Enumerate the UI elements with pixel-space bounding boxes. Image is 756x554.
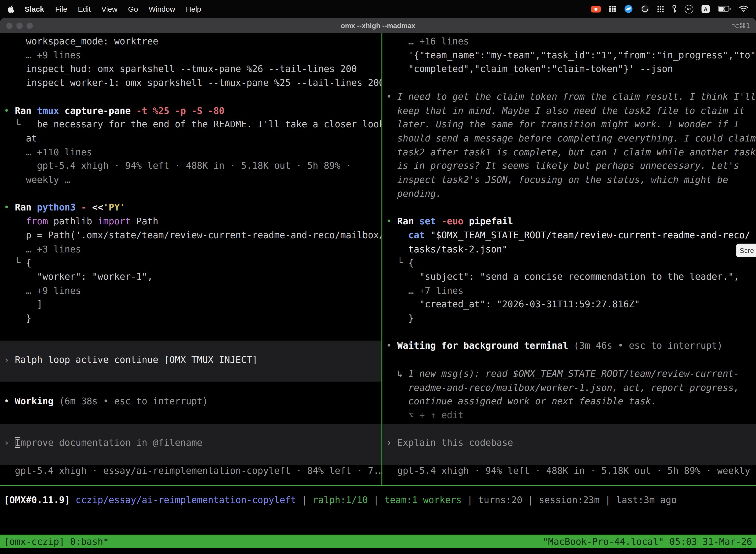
text-segment: Path	[136, 216, 158, 226]
text-segment: python3	[37, 202, 81, 213]
wifi-icon[interactable]	[739, 5, 748, 12]
window-titlebar[interactable]: omx --xhigh --madmax ⌥⌘1	[0, 18, 756, 33]
text-segment: I	[15, 437, 20, 448]
zoom-button[interactable]	[26, 22, 33, 29]
terminal-window: omx --xhigh --madmax ⌥⌘1 workspace_mode:…	[0, 18, 756, 554]
text-segment: readme-and-reco/mailbox/worker-1.json, a…	[408, 382, 739, 393]
text-segment: Ralph loop active continue [OMX_TMUX_INJ…	[15, 354, 257, 365]
terminal-line: "subject": "send a concise recommendatio…	[386, 270, 739, 283]
terminal-line: … +3 lines	[4, 242, 81, 256]
text-segment: └	[386, 257, 408, 268]
text-segment: ›	[4, 437, 15, 448]
menu-item-window[interactable]: Window	[148, 4, 175, 13]
text-segment: weekly …	[4, 174, 70, 185]
text-segment: [OMX#0.11.9]	[4, 494, 76, 505]
text-segment: -t %25 -p -S -80	[136, 105, 225, 116]
text-segment: I need to get the claim token from the c…	[397, 91, 756, 102]
terminal-line: • Ran set -euo pipefail	[386, 214, 513, 228]
text-segment: Working	[15, 396, 59, 406]
tmux-pane-right[interactable]: … +16 lines '{"team_name":"my-team","tas…	[382, 33, 756, 485]
terminal-line: └ {	[386, 256, 414, 270]
text-segment: <<	[92, 202, 103, 213]
terminal-line: └ be necessary for the end of the README…	[4, 117, 381, 131]
window-grid-icon[interactable]	[609, 6, 616, 12]
text-segment: inspect task2's JSON, focusing on the st…	[397, 174, 728, 185]
terminal-line: gpt-5.4 xhigh · essay/ai-reimplementatio…	[4, 463, 381, 477]
text-segment	[386, 396, 408, 406]
menu-item-edit[interactable]: Edit	[78, 4, 91, 13]
menu-item-go[interactable]: Go	[128, 4, 138, 13]
close-button[interactable]	[6, 22, 12, 29]
text-segment: ↳	[386, 368, 408, 379]
terminal-line: task2 after task1 is complete, but can I…	[386, 145, 756, 159]
text-segment: ›	[4, 354, 15, 365]
window-shortcut: ⌥⌘1	[732, 21, 750, 29]
terminal-line: "completed","claim_token":"claim-token"}…	[386, 62, 673, 76]
battery-icon[interactable]	[718, 6, 731, 12]
terminal-line: └ {	[4, 256, 32, 270]
text-segment: … +3 lines	[4, 243, 81, 254]
menu-status-icons: 61A	[591, 4, 748, 13]
omx-status-line: [OMX#0.11.9] cczip/essay/ai-reimplementa…	[4, 493, 677, 507]
text-segment: '{"team_name":"my-team","task_id":"1","f…	[386, 50, 756, 60]
text-segment: gpt-5.4 xhigh · essay/ai-reimplementatio…	[4, 465, 381, 476]
text-segment: ⌥ + ↑ edit	[386, 409, 463, 420]
traffic-lights	[6, 18, 33, 33]
terminal-line: tasks/task-2.json"	[386, 242, 507, 256]
terminal-line: p = Path('.omx/state/team/review-current…	[4, 228, 381, 242]
text-segment: -euo	[441, 216, 469, 226]
prompt-input-line[interactable]: › Improve documentation in @filename	[4, 436, 203, 450]
text-segment: be necessary for the end of the README. …	[37, 119, 381, 129]
text-segment: Explain this codebase	[397, 437, 513, 448]
text-segment: pending.	[397, 188, 441, 199]
dark-app-icon[interactable]	[641, 5, 649, 13]
text-segment: … +9 lines	[4, 285, 81, 296]
terminal-line: weekly …	[4, 173, 70, 187]
text-segment: -	[81, 202, 92, 213]
screen-share-pill[interactable]: Scre	[736, 244, 756, 257]
input-source-icon[interactable]: A	[701, 5, 710, 13]
terminal-line: • I need to get the claim token from the…	[386, 90, 756, 104]
menu-item-view[interactable]: View	[102, 4, 118, 13]
terminal-line: … +110 lines	[4, 145, 92, 159]
terminal-line: '{"team_name":"my-team","task_id":"1","f…	[386, 48, 756, 62]
text-segment: (6m 38s • esc to interrupt)	[59, 396, 208, 406]
text-segment: "worker": "worker-1",	[4, 271, 153, 282]
text-segment: gpt-5.4 xhigh · 94% left · 488K in · 5.1…	[4, 160, 352, 171]
text-segment: p = Path('.omx/state/team/review-current…	[4, 230, 381, 240]
text-segment: pipefail	[469, 216, 513, 226]
blue-app-icon[interactable]	[624, 5, 632, 13]
text-segment: pathlib	[54, 216, 98, 226]
terminal-line: later. Using the same for transition mig…	[386, 117, 739, 131]
terminal-line: keep that in mind. Maybe I also need the…	[386, 104, 745, 117]
text-segment	[386, 119, 397, 129]
text-segment: Ran	[15, 202, 37, 213]
menu-bar: Slack FileEditViewGoWindowHelp 61A	[0, 0, 756, 18]
text-segment: should send a message before completing …	[397, 132, 756, 143]
battery-circle-icon[interactable]: 61	[685, 4, 693, 13]
terminal-line: … +7 lines	[386, 283, 463, 297]
terminal-line: … +9 lines	[4, 283, 81, 297]
screen-record-stop-icon[interactable]	[591, 5, 601, 12]
key-icon[interactable]	[672, 5, 676, 13]
text-segment: cat	[408, 230, 430, 240]
text-segment: •	[386, 91, 397, 102]
terminal-line: inspect_hud: omx sparkshell --tmux-pane …	[4, 62, 357, 76]
apple-menu[interactable]	[8, 5, 14, 13]
text-segment: Ran	[397, 216, 420, 226]
text-segment: cczip/essay/ai-reimplementation-copyleft	[76, 494, 296, 505]
text-segment: "completed","claim_token":"claim-token"}…	[386, 63, 673, 74]
prompt-input-line[interactable]: › Explain this codebase	[386, 436, 513, 450]
tmux-pane-left[interactable]: workspace_mode: worktree … +9 lines insp…	[0, 33, 381, 485]
dots-grid-icon[interactable]	[657, 5, 664, 12]
menu-item-file[interactable]: File	[55, 4, 67, 13]
text-segment: "created_at": "2026-03-31T11:59:27.816Z"	[386, 299, 640, 310]
text-segment: … +110 lines	[4, 147, 92, 157]
text-segment: workspace_mode: worktree	[4, 36, 159, 46]
text-segment: continue assigned work or next feasible …	[408, 396, 656, 406]
text-segment: tmux	[37, 105, 64, 116]
menu-item-help[interactable]: Help	[186, 4, 201, 13]
menu-app-name[interactable]: Slack	[24, 4, 44, 13]
terminal-line: • Ran tmux capture-pane -t %25 -p -S -80	[4, 104, 225, 117]
minimize-button[interactable]	[16, 22, 22, 29]
